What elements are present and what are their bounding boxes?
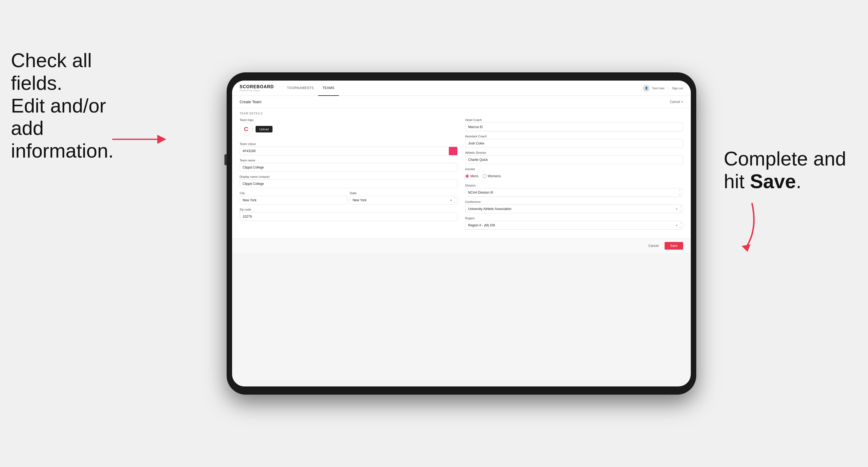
team-logo-label: Team logo [240,118,458,122]
form-left-column: Team logo C Upload Team colour [240,118,458,233]
left-annotation: Check all fields. Edit and/or add inform… [11,49,126,162]
state-clear-icon[interactable]: ✕ [450,199,452,202]
navbar-nav: TOURNAMENTS TEAMS [283,81,643,96]
brand-logo: SCOREBOARD Powered by clippd [240,85,274,92]
form-grid: Team logo C Upload Team colour [240,118,683,233]
region-label: Region [465,217,683,220]
save-button[interactable]: Save [664,242,683,250]
color-swatch[interactable] [449,147,458,155]
display-name-label: Display name (unique) [240,175,458,178]
conference-select-wrapper: University Athletic Association ✕ ⌃⌄ [465,205,683,213]
region-display[interactable]: Region II - (M) DIII [465,221,683,230]
logo-circle: C [240,123,253,136]
conference-display[interactable]: University Athletic Association [465,205,683,213]
team-name-group: Team name [240,159,458,172]
zipcode-input[interactable] [240,212,458,221]
arrow-left-icon [109,126,169,153]
city-state-row: City State New York ✕ [240,191,458,205]
conference-clear-icon[interactable]: ✕ [676,208,678,211]
page-header: Create Team Cancel × [232,96,691,108]
conference-group: Conference University Athletic Associati… [465,200,683,213]
division-select[interactable]: NCAA Division III [465,188,683,197]
gender-group: Gender Mens Womens [465,167,683,181]
state-group: State New York ✕ ⌃⌄ [350,191,458,205]
region-chevron-icon: ⌃⌄ [679,222,682,228]
right-annotation: Complete and hit Save. [724,148,846,193]
team-colour-label: Team colour [240,142,458,146]
display-name-group: Display name (unique) [240,175,458,188]
navbar: SCOREBOARD Powered by clippd TOURNAMENTS… [232,81,691,96]
region-select-wrapper: Region II - (M) DIII ✕ ⌃⌄ [465,221,683,230]
upload-button[interactable]: Upload [255,126,273,132]
form-footer: Cancel Save [232,239,691,253]
app-container: SCOREBOARD Powered by clippd TOURNAMENTS… [232,81,691,386]
display-name-input[interactable] [240,180,458,188]
color-text-input[interactable] [240,147,449,155]
annotation-right-bold: Save [750,170,796,192]
division-group: Division NCAA Division III ⌃⌄ [465,184,683,197]
gender-womens-radio[interactable] [483,174,487,178]
user-area: 👤 Test User | Sign out [643,85,683,92]
city-input[interactable] [240,196,348,205]
team-name-label: Team name [240,159,458,162]
conference-label: Conference [465,200,683,204]
form-right-column: Head Coach Assistant Coach Athletic Dire… [465,118,683,233]
annotation-line2: Edit and/or add [11,95,106,139]
brand-title: SCOREBOARD [240,85,274,89]
gender-mens-option[interactable]: Mens [465,174,478,178]
tablet-screen: SCOREBOARD Powered by clippd TOURNAMENTS… [232,81,691,386]
annotation-right-suffix: . [796,170,801,192]
gender-mens-radio[interactable] [465,174,469,178]
state-select-wrapper: New York ✕ ⌃⌄ [350,196,458,205]
head-coach-label: Head Coach [465,118,683,122]
athletic-director-group: Athletic Director [465,151,683,164]
gender-radio-group: Mens Womens [465,172,683,181]
annotation-right-line1: Complete and [724,148,846,169]
team-name-input[interactable] [240,163,458,172]
user-avatar: 👤 [643,85,650,92]
division-select-wrapper: NCAA Division III ⌃⌄ [465,188,683,197]
page-title: Create Team [240,100,261,104]
arrow-right-icon [734,199,770,254]
tablet-side-button [224,154,227,165]
city-label: City [240,191,348,195]
tablet-frame: SCOREBOARD Powered by clippd TOURNAMENTS… [227,72,696,395]
conference-chevron-icon: ⌃⌄ [679,206,682,212]
nav-tournaments[interactable]: TOURNAMENTS [283,81,318,96]
color-input-wrapper [240,147,458,155]
state-label: State [350,191,458,195]
nav-teams[interactable]: TEAMS [318,81,339,96]
state-select[interactable]: New York [350,196,458,205]
region-clear-icon[interactable]: ✕ [676,224,678,227]
team-logo-group: Team logo C Upload [240,118,458,139]
team-colour-group: Team colour [240,142,458,155]
athletic-director-label: Athletic Director [465,151,683,154]
assistant-coach-label: Assistant Coach [465,135,683,138]
main-content: Create Team Cancel × TEAM DETAILS [232,96,691,386]
sign-out-link[interactable]: Sign out [672,87,683,90]
head-coach-input[interactable] [465,123,683,131]
zipcode-label: Zip code [240,208,458,211]
zipcode-group: Zip code [240,208,458,221]
svg-marker-1 [157,135,166,144]
annotation-line3: information. [11,140,114,162]
assistant-coach-group: Assistant Coach [465,135,683,148]
city-group: City [240,191,348,205]
user-name: Test User [652,87,664,90]
cancel-header-button[interactable]: Cancel × [670,100,683,104]
assistant-coach-input[interactable] [465,139,683,148]
gender-label: Gender [465,167,683,171]
region-group: Region Region II - (M) DIII ✕ ⌃⌄ [465,217,683,230]
athletic-director-input[interactable] [465,155,683,164]
logo-section: C Upload [240,123,458,136]
gender-womens-option[interactable]: Womens [483,174,501,178]
cancel-button[interactable]: Cancel [645,242,662,249]
form-section: TEAM DETAILS Team logo C Upload [232,108,691,239]
annotation-line1: Check all fields. [11,50,92,94]
brand-subtitle: Powered by clippd [240,90,274,92]
division-label: Division [465,184,683,187]
head-coach-group: Head Coach [465,118,683,131]
annotation-right-prefix: hit [724,170,750,192]
svg-marker-2 [742,244,751,252]
section-label: TEAM DETAILS [240,108,683,118]
